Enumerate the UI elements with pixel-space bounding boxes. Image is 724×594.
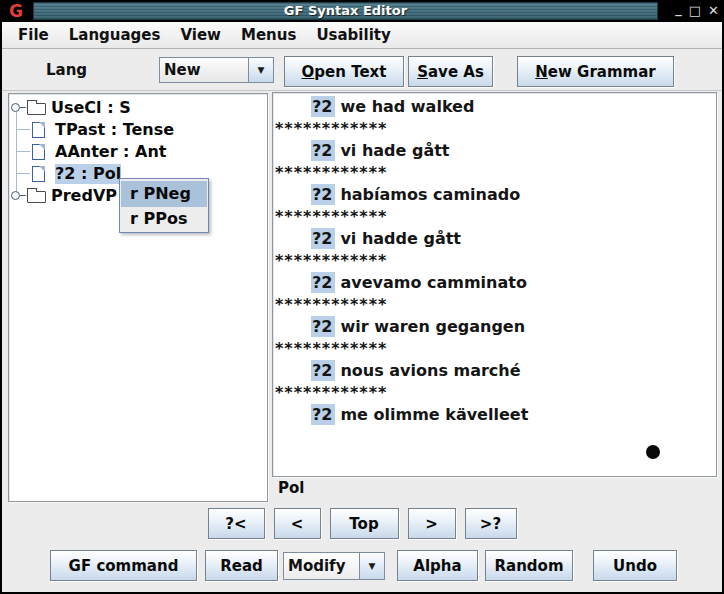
chevron-down-icon[interactable]: ▼	[359, 553, 384, 579]
refinement-popup-menu: r PNeg r PPos	[119, 178, 209, 233]
linearization-panel[interactable]: ?2we had walked ************ ?2vi hade g…	[272, 92, 717, 477]
tree-expand-handle-icon[interactable]	[11, 103, 20, 112]
separator-line: ************	[273, 162, 716, 184]
metavariable-token[interactable]: ?2	[311, 272, 335, 293]
tree-connector-line	[16, 112, 17, 192]
next-node-button[interactable]: >	[408, 508, 456, 539]
alpha-button[interactable]: Alpha	[397, 550, 478, 581]
metavariable-token[interactable]: ?2	[311, 228, 335, 249]
read-button[interactable]: Read	[205, 550, 278, 581]
lang-combobox-value: New	[160, 58, 248, 82]
gf-syntax-editor-window: G GF Syntax Editor _ □ ✕ File Languages …	[0, 0, 724, 594]
separator-line: ************	[273, 294, 716, 316]
sentence-swedish: ?2vi hade gått	[273, 140, 716, 162]
metavariable-token[interactable]: ?2	[311, 316, 335, 337]
metavariable-token[interactable]: ?2	[311, 184, 335, 205]
leaf-icon	[32, 166, 45, 182]
sentence-french: ?2nous avions marché	[273, 360, 716, 382]
tree-node-aanter[interactable]: AAnter : Ant	[55, 142, 167, 162]
titlebar[interactable]: G GF Syntax Editor _ □ ✕	[0, 0, 724, 22]
menu-file[interactable]: File	[8, 26, 59, 44]
tree-node-tpast[interactable]: TPast : Tense	[55, 120, 174, 140]
app-logo-icon: G	[5, 0, 27, 22]
sentence-english: ?2we had walked	[273, 96, 716, 118]
separator-line: ************	[273, 338, 716, 360]
random-button[interactable]: Random	[485, 550, 573, 581]
gf-command-button[interactable]: GF command	[50, 550, 197, 581]
maximize-icon[interactable]: □	[689, 1, 701, 21]
toolbar: Lang New ▼ Open Text Save As New Grammar	[2, 49, 722, 91]
menu-menus[interactable]: Menus	[231, 26, 306, 44]
tree-node-usecl[interactable]: UseCl : S	[51, 98, 131, 118]
modify-combobox[interactable]: Modify ▼	[283, 552, 385, 580]
modify-combobox-value: Modify	[284, 553, 359, 579]
navigation-row: ?< < Top > >?	[0, 508, 724, 539]
tree-node-pol-selected[interactable]: ?2 : Pol	[55, 164, 121, 184]
sentence-norwegian: ?2vi hadde gått	[273, 228, 716, 250]
tree-connector-line	[16, 151, 30, 152]
menu-languages[interactable]: Languages	[59, 26, 171, 44]
syntax-tree-panel: UseCl : S TPast : Tense AAnter : Ant ?2 …	[8, 93, 268, 502]
menu-bar: File Languages View Menus Usability	[2, 22, 722, 49]
next-metavariable-button[interactable]: >?	[465, 508, 517, 539]
leaf-icon	[32, 122, 45, 138]
open-text-button[interactable]: Open Text	[284, 56, 404, 87]
sentence-italian: ?2avevamo camminato	[273, 272, 716, 294]
undo-button[interactable]: Undo	[593, 550, 677, 581]
new-grammar-button[interactable]: New Grammar	[517, 56, 674, 87]
separator-line: ************	[273, 382, 716, 404]
focus-dot	[646, 445, 660, 459]
separator-line: ************	[273, 206, 716, 228]
tree-handle-stem	[20, 195, 26, 196]
metavariable-token[interactable]: ?2	[311, 360, 335, 381]
prev-node-button[interactable]: <	[274, 508, 321, 539]
tree-handle-stem	[20, 107, 26, 108]
window-controls: _ □ ✕	[675, 0, 719, 22]
folder-icon	[27, 191, 46, 203]
separator-line: ************	[273, 118, 716, 140]
separator-line: ************	[273, 250, 716, 272]
chevron-down-icon[interactable]: ▼	[248, 58, 273, 82]
top-button[interactable]: Top	[330, 508, 399, 539]
metavariable-token[interactable]: ?2	[311, 140, 335, 161]
tree-collapse-handle-icon[interactable]	[11, 191, 20, 200]
window-title: GF Syntax Editor	[33, 2, 658, 20]
metavariable-token[interactable]: ?2	[311, 96, 335, 117]
lang-label: Lang	[46, 49, 87, 91]
menu-usability[interactable]: Usability	[306, 26, 400, 44]
popup-item-ppos[interactable]: r PPos	[121, 207, 207, 231]
folder-icon	[27, 103, 46, 115]
popup-item-pneg[interactable]: r PNeg	[121, 181, 207, 207]
sentence-finnish: ?2me olimme kävelleet	[273, 404, 716, 426]
minimize-icon[interactable]: _	[675, 0, 682, 19]
close-icon[interactable]: ✕	[708, 1, 719, 21]
sentence-spanish: ?2habíamos caminado	[273, 184, 716, 206]
leaf-icon	[32, 144, 45, 160]
tree-connector-line	[16, 129, 30, 130]
status-label: Pol	[278, 479, 304, 497]
save-as-button[interactable]: Save As	[408, 56, 493, 87]
prev-metavariable-button[interactable]: ?<	[208, 508, 265, 539]
menu-view[interactable]: View	[170, 26, 231, 44]
lang-combobox[interactable]: New ▼	[159, 57, 274, 83]
tree-node-predvp[interactable]: PredVP	[51, 186, 117, 206]
tree-connector-line	[16, 173, 30, 174]
sentence-german: ?2wir waren gegangen	[273, 316, 716, 338]
metavariable-token[interactable]: ?2	[311, 404, 335, 425]
